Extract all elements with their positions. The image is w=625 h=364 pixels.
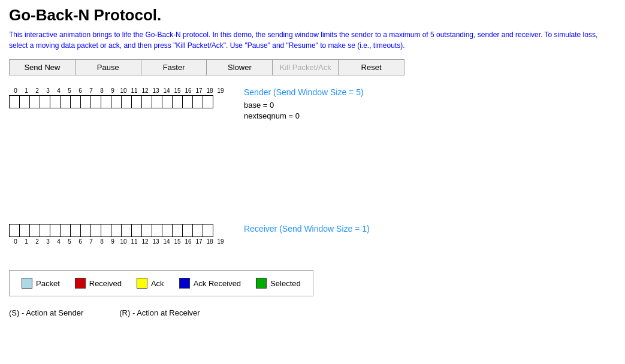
receiver-box-11[interactable] bbox=[121, 224, 132, 237]
receiver-box-16[interactable] bbox=[172, 224, 183, 237]
sender-box-12[interactable] bbox=[131, 95, 142, 108]
sender-section: 012345678910111213141516171819 Sender (S… bbox=[9, 87, 616, 122]
sender-box-11[interactable] bbox=[121, 95, 132, 108]
receiver-box-4[interactable] bbox=[50, 224, 61, 237]
legend-label-0: Packet bbox=[36, 279, 60, 288]
reset-button[interactable]: Reset bbox=[339, 60, 404, 75]
legend-label-1: Received bbox=[89, 279, 122, 288]
animation-area bbox=[9, 140, 616, 224]
legend-color-2 bbox=[137, 278, 147, 289]
legend-color-3 bbox=[179, 278, 190, 289]
sender-box-16[interactable] bbox=[172, 95, 183, 108]
sender-box-9[interactable] bbox=[101, 95, 111, 108]
receiver-box-19[interactable] bbox=[203, 224, 213, 237]
receiver-box-2[interactable] bbox=[29, 224, 40, 237]
sender-box-0[interactable] bbox=[9, 95, 20, 108]
legend-item-1: Received bbox=[75, 278, 122, 289]
legend-item-0: Packet bbox=[22, 278, 60, 289]
sender-box-15[interactable] bbox=[162, 95, 173, 108]
slower-button[interactable]: Slower bbox=[207, 60, 273, 75]
sender-box-1[interactable] bbox=[19, 95, 30, 108]
sender-title: Sender (Send Window Size = 5) bbox=[244, 87, 364, 97]
legend-color-0 bbox=[22, 278, 32, 289]
sender-seq-numbers: 012345678910111213141516171819 bbox=[9, 87, 226, 94]
legend-label-4: Selected bbox=[270, 279, 301, 288]
receiver-seq-numbers: 012345678910111213141516171819 bbox=[9, 238, 226, 245]
receiver-box-18[interactable] bbox=[192, 224, 203, 237]
sender-action-label: (S) - Action at Sender bbox=[9, 308, 83, 317]
receiver-box-0[interactable] bbox=[9, 224, 20, 237]
receiver-box-7[interactable] bbox=[80, 224, 91, 237]
sender-box-19[interactable] bbox=[203, 95, 213, 108]
sender-box-5[interactable] bbox=[60, 95, 71, 108]
receiver-box-14[interactable] bbox=[152, 224, 162, 237]
sender-box-10[interactable] bbox=[111, 95, 122, 108]
receiver-box-13[interactable] bbox=[141, 224, 152, 237]
receiver-section: 012345678910111213141516171819 Receiver … bbox=[9, 224, 616, 246]
sender-window-area: 012345678910111213141516171819 bbox=[9, 87, 226, 108]
receiver-box-17[interactable] bbox=[182, 224, 193, 237]
receiver-box-15[interactable] bbox=[162, 224, 173, 237]
receiver-box-6[interactable] bbox=[70, 224, 81, 237]
sender-box-17[interactable] bbox=[182, 95, 193, 108]
sender-box-2[interactable] bbox=[29, 95, 40, 108]
receiver-box-10[interactable] bbox=[111, 224, 122, 237]
legend-label-2: Ack bbox=[151, 279, 164, 288]
legend-item-4: Selected bbox=[256, 278, 301, 289]
sender-box-4[interactable] bbox=[50, 95, 61, 108]
description-text: This interactive animation brings to lif… bbox=[9, 29, 616, 51]
sender-box-3[interactable] bbox=[40, 95, 50, 108]
page-title: Go-Back-N Protocol. bbox=[9, 6, 616, 25]
sender-box-8[interactable] bbox=[90, 95, 101, 108]
receiver-box-3[interactable] bbox=[40, 224, 50, 237]
sender-base: base = 0 bbox=[244, 101, 364, 110]
receiver-box-12[interactable] bbox=[131, 224, 142, 237]
footer: (S) - Action at Sender (R) - Action at R… bbox=[9, 308, 616, 317]
sender-box-14[interactable] bbox=[152, 95, 162, 108]
kill-packet-button[interactable]: Kill Packet/Ack bbox=[273, 60, 339, 75]
receiver-action-label: (R) - Action at Receiver bbox=[119, 308, 200, 317]
pause-button[interactable]: Pause bbox=[76, 60, 141, 75]
receiver-window-area: 012345678910111213141516171819 bbox=[9, 224, 226, 246]
sender-info: Sender (Send Window Size = 5) base = 0 n… bbox=[244, 87, 364, 122]
sender-nextseqnum: nextseqnum = 0 bbox=[244, 111, 364, 120]
receiver-info: Receiver (Send Window Size = 1) bbox=[244, 224, 370, 237]
legend-item-3: Ack Received bbox=[179, 278, 241, 289]
sender-box-18[interactable] bbox=[192, 95, 203, 108]
receiver-box-9[interactable] bbox=[101, 224, 111, 237]
sender-box-7[interactable] bbox=[80, 95, 91, 108]
legend-color-1 bbox=[75, 278, 86, 289]
receiver-title: Receiver (Send Window Size = 1) bbox=[244, 224, 370, 233]
sender-boxes bbox=[9, 95, 226, 108]
receiver-box-8[interactable] bbox=[90, 224, 101, 237]
receiver-boxes bbox=[9, 224, 226, 237]
receiver-box-1[interactable] bbox=[19, 224, 30, 237]
faster-button[interactable]: Faster bbox=[141, 60, 207, 75]
legend: PacketReceivedAckAck ReceivedSelected bbox=[9, 270, 313, 296]
legend-item-2: Ack bbox=[137, 278, 164, 289]
legend-label-3: Ack Received bbox=[194, 279, 241, 288]
sender-box-6[interactable] bbox=[70, 95, 81, 108]
legend-color-4 bbox=[256, 278, 267, 289]
send-new-button[interactable]: Send New bbox=[10, 60, 76, 75]
toolbar: Send New Pause Faster Slower Kill Packet… bbox=[9, 59, 404, 75]
sender-box-13[interactable] bbox=[141, 95, 152, 108]
receiver-box-5[interactable] bbox=[60, 224, 71, 237]
